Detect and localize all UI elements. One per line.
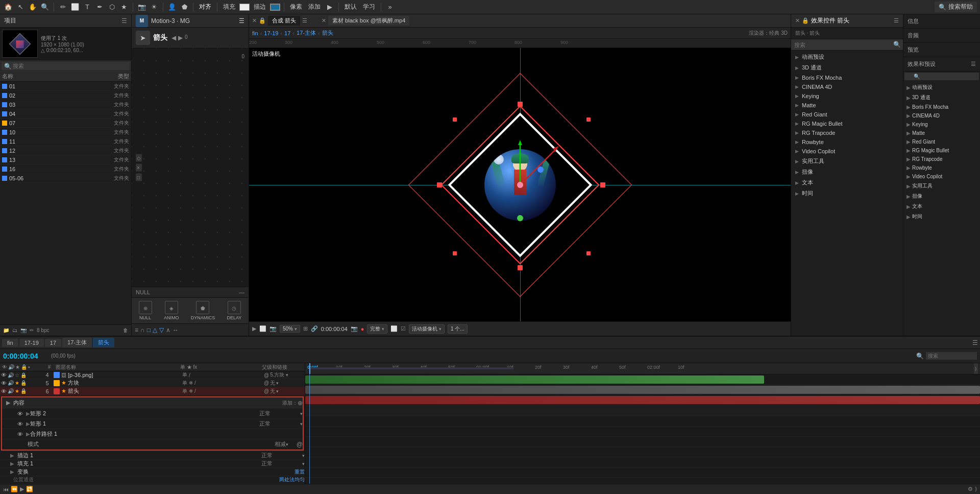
layer-row-4[interactable]: 👁 🔊 ☆ 🔒 4 🖼 [p-36.png] 单 / @	[0, 371, 305, 379]
list-item[interactable]: 03 文件夹	[0, 100, 131, 109]
stroke-arrow[interactable]: ▾	[302, 453, 305, 458]
motion-null-btn[interactable]: NULL	[136, 289, 150, 295]
l4-s2[interactable]: /	[189, 372, 190, 378]
rect2-arrow[interactable]: ▾	[300, 411, 303, 416]
vp-camera-icon[interactable]: 📷	[270, 325, 277, 332]
effect-item-boris[interactable]: Boris FX Mocha	[791, 73, 903, 82]
stroke-expand[interactable]: ▶	[10, 453, 14, 458]
tab-comp[interactable]: 合成 箭头	[268, 16, 300, 26]
track-bar-6[interactable]	[305, 396, 980, 404]
effect-item-rowbyte[interactable]: Rowbyte	[791, 137, 903, 147]
shape-tool[interactable]: ⬡	[107, 2, 117, 12]
comp-tab-fin[interactable]: fin	[2, 339, 18, 347]
trash-icon[interactable]: 🗑	[123, 327, 128, 333]
effect-item-utility[interactable]: 实用工具	[791, 156, 903, 167]
select-tool[interactable]: ↖	[15, 2, 26, 12]
comp-tab-17-19[interactable]: 17-19	[19, 339, 44, 347]
tab-source[interactable]: 素材 black box @惜枫醉.mp4	[328, 16, 409, 26]
project-list[interactable]: 01 文件夹 02 文件夹 03 文件夹 04 文件夹 07 文件夹	[0, 82, 131, 324]
import-icon[interactable]: 📷	[20, 327, 27, 333]
expand-icon[interactable]: »	[385, 2, 395, 12]
vp-lock-icon[interactable]: 🔗	[311, 325, 318, 332]
layer-4-eye[interactable]: 👁	[1, 372, 7, 378]
layer-5-lock[interactable]: 🔒	[20, 380, 27, 386]
info-section-effects[interactable]: 效果和预设 ☰	[903, 57, 980, 72]
edit-icon[interactable]: ✏	[30, 327, 34, 333]
handle-bottom[interactable]	[518, 265, 523, 270]
vp-screen-icon[interactable]: ⬜	[259, 325, 266, 332]
zoom-tool[interactable]: 🔍	[40, 2, 50, 12]
tl-prev-icon[interactable]: ⏪	[11, 486, 18, 492]
sub-mode-arrow[interactable]: ▾	[286, 442, 288, 447]
list-item[interactable]: 02 文件夹	[0, 91, 131, 100]
motion-animo-button[interactable]: ◈ ANIMO	[161, 300, 182, 321]
info-anim-preset[interactable]: ▶ 动画预设	[903, 82, 980, 92]
effect-item-keying[interactable]: Keying	[791, 91, 903, 101]
transform-reset[interactable]: 重置	[295, 468, 305, 476]
layer-5-audio[interactable]: 🔊	[8, 380, 14, 386]
project-search-input[interactable]	[2, 62, 130, 70]
l5-s2[interactable]: /	[194, 380, 196, 386]
transform-expand[interactable]: ▶	[10, 469, 14, 475]
list-item[interactable]: 04 文件夹	[0, 109, 131, 119]
list-item[interactable]: 13 文件夹	[0, 155, 131, 164]
effect-item-animation[interactable]: 动画预设	[791, 52, 903, 62]
list-item[interactable]: 11 文件夹	[0, 137, 131, 146]
track-area[interactable]: 0:00f 10f 20f 30f 40f 50f 01:00f 10f 20f…	[305, 363, 980, 484]
vp-expand[interactable]: ⬜	[390, 325, 398, 332]
layer-4-solo[interactable]: ☆	[15, 372, 19, 378]
vp-camera-snap[interactable]: 📷	[351, 325, 358, 332]
camera-dropdown[interactable]: 活动摄像机 ▾	[409, 324, 445, 334]
light-tool[interactable]: ☀	[149, 2, 159, 12]
sub-layer-rect1[interactable]: 👁 ▶ 矩形 1 正常 ▾	[2, 419, 303, 429]
tl-play-icon[interactable]: ▶	[20, 486, 24, 492]
comp-tab-17[interactable]: 17	[45, 339, 61, 347]
handle-br[interactable]	[586, 251, 591, 255]
tl-loop-icon[interactable]: 🔁	[26, 486, 33, 492]
effects-section-menu[interactable]: ☰	[971, 61, 976, 67]
quality-dropdown[interactable]: 完整 ▾	[367, 324, 387, 334]
layer-4-lock[interactable]: 🔒	[20, 372, 27, 378]
layer-row-6[interactable]: 👁 🔊 ★ 🔒 6 ★ 箭头 单 ❄ / @	[0, 387, 305, 395]
comp-tab-menu[interactable]: ☰	[972, 339, 978, 346]
effect-item-c4d[interactable]: CINEMA 4D	[791, 82, 903, 91]
info-keying[interactable]: ▶ Keying	[903, 120, 980, 129]
effect-item-red-giant[interactable]: Red Giant	[791, 110, 903, 119]
info-video-copilot[interactable]: ▶ Video Copilot	[903, 172, 980, 181]
tl-home-icon[interactable]: ⏮	[3, 486, 9, 492]
list-item[interactable]: 12 文件夹	[0, 146, 131, 155]
info-distort[interactable]: ▶ 扭像	[903, 191, 980, 201]
nav-arrow[interactable]: 箭头	[322, 29, 333, 37]
l6-s1[interactable]: 单	[182, 388, 187, 395]
layer-row-5[interactable]: 👁 🔊 ★ 🔒 5 ★ 方块 单 ❄ / @	[0, 379, 305, 387]
list-item[interactable]: 01 文件夹	[0, 82, 131, 91]
nav-17-19[interactable]: 17-19	[264, 30, 278, 36]
tab-settings-icon[interactable]: ☰	[302, 17, 307, 24]
motion-ctrl-x[interactable]: ×	[136, 164, 142, 172]
layer-5-eye[interactable]: 👁	[1, 380, 7, 386]
star-tool[interactable]: ★	[119, 2, 129, 12]
stroke-color[interactable]	[270, 4, 280, 11]
project-menu-icon[interactable]: ☰	[121, 17, 127, 25]
l6-snow[interactable]: ❄	[189, 388, 193, 394]
track-bar-5[interactable]	[305, 386, 980, 394]
info-boris[interactable]: ▶ Boris FX Mocha	[903, 103, 980, 111]
l4-s1[interactable]: 单	[182, 371, 187, 379]
list-item[interactable]: 07 文件夹	[0, 119, 131, 128]
motion-null-button[interactable]: ⊕ NULL	[136, 300, 155, 321]
info-rowbyte[interactable]: ▶ Rowbyte	[903, 163, 980, 172]
sub-layer-rect2[interactable]: 👁 ▶ 矩形 2 正常 ▾	[2, 409, 303, 419]
sub-layer-mergepath[interactable]: 👁 ▶ 合并路径 1	[2, 429, 303, 439]
l5-s1[interactable]: 单	[182, 380, 187, 387]
effect-item-rg-trap[interactable]: RG Trapcode	[791, 128, 903, 137]
timecode-display[interactable]: 0:00:00:04	[3, 352, 49, 360]
stroke-layer[interactable]: ▶ 描边 1 正常 ▾	[0, 452, 305, 460]
motion-nav-back[interactable]: ◀	[172, 34, 176, 41]
bezier-tool[interactable]: ✒	[94, 2, 105, 12]
align-menu[interactable]: 对齐	[197, 3, 213, 11]
motion-nav-forward[interactable]: ▶	[178, 34, 183, 41]
handle-top[interactable]	[518, 102, 523, 107]
comp-tab-17-main[interactable]: 17-主体	[62, 338, 92, 347]
motion-swap-btn[interactable]: ↔	[173, 326, 179, 334]
rect1-arrow[interactable]: ▾	[300, 421, 303, 427]
